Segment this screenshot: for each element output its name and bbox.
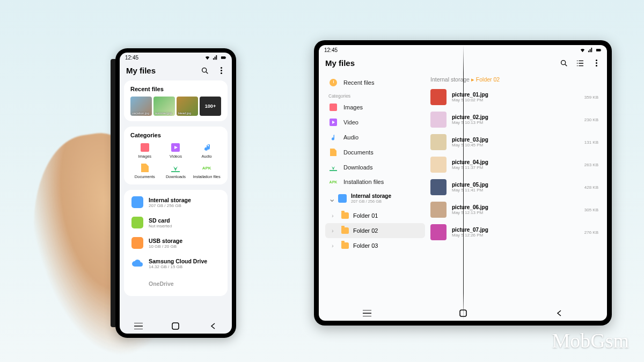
file-date: May 5 10:45 PM [452, 143, 579, 147]
battery-icon [596, 47, 602, 53]
search-icon[interactable] [201, 67, 209, 75]
search-icon[interactable] [560, 59, 568, 68]
svg-rect-5 [172, 323, 179, 329]
storage-cloud[interactable]: Samsung Cloud Drive14.32 GB / 15 GB [130, 253, 221, 274]
tablet-unfolded-display: 12:45 My files Recent files Categories I… [314, 40, 612, 326]
svg-rect-11 [460, 310, 466, 316]
file-date: May 5 12:26 PM [452, 233, 579, 238]
sidebar-folder[interactable]: ›Folder 01 [325, 208, 425, 223]
nav-back[interactable] [554, 310, 564, 316]
sidebar-category-downloads[interactable]: Downloads [325, 160, 425, 175]
categories-label: Categories [130, 132, 221, 138]
sidebar-folder[interactable]: ›Folder 02 [325, 223, 425, 238]
svg-rect-3 [141, 143, 149, 152]
more-icon[interactable] [592, 59, 601, 68]
file-name: picture_03.jpg [452, 137, 579, 143]
nav-home[interactable] [458, 310, 468, 316]
app-title: My files [126, 66, 156, 75]
battery-icon [221, 55, 226, 61]
sidebar-category-audio[interactable]: Audio [325, 130, 425, 145]
chevron-right-icon: › [332, 242, 337, 249]
status-time: 12:45 [324, 47, 338, 53]
storage-internal[interactable]: Internal storage207 GB / 256 GB [130, 192, 221, 212]
file-name: picture_07.jpg [452, 227, 579, 233]
sidebar-category-documents[interactable]: Documents [325, 145, 425, 160]
category-audio[interactable]: Audio [192, 143, 221, 159]
nav-back[interactable] [208, 323, 218, 329]
folder-icon [341, 212, 349, 219]
signal-icon [588, 47, 594, 53]
file-thumbnail [430, 134, 447, 150]
category-documents[interactable]: Documents [130, 163, 159, 179]
svg-rect-9 [330, 104, 337, 111]
nav-recents[interactable] [134, 323, 143, 329]
recent-thumb[interactable]: summer.jpg [153, 97, 175, 116]
category-images[interactable]: Images [130, 143, 159, 159]
file-thumbnail [430, 224, 447, 240]
storage-sd[interactable]: SD cardNot inserted [130, 212, 221, 233]
nav-bar [120, 319, 232, 334]
more-icon[interactable] [217, 67, 225, 75]
file-row[interactable]: picture_01.jpgMay 5 10:02 PM359 KB [430, 86, 598, 108]
file-date: May 5 10:02 PM [452, 98, 579, 102]
categories-card: Categories Images Videos Audio Documents… [124, 127, 228, 184]
file-row[interactable]: picture_02.jpgMay 5 10:13 PM230 KB [430, 108, 598, 131]
file-size: 428 KB [584, 185, 598, 190]
category-installation-files[interactable]: APKInstallation files [192, 163, 221, 179]
storage-usb[interactable]: USB storage10 GB / 20 GB [130, 233, 221, 253]
watermark: MobGsm [552, 329, 629, 352]
nav-recents[interactable] [362, 310, 372, 316]
recent-thumb[interactable]: Head.jpg [177, 97, 198, 116]
file-row[interactable]: picture_03.jpgMay 5 10:45 PM131 KB [430, 131, 598, 153]
file-name: picture_05.jpg [452, 182, 579, 188]
file-name: picture_04.jpg [452, 159, 579, 165]
sidebar-internal-storage[interactable]: ⌄ Internal storage207 GB / 256 GB [325, 189, 425, 208]
chevron-down-icon: ⌄ [328, 194, 334, 204]
sidebar-category-installation[interactable]: APKInstallation files [325, 175, 425, 189]
file-row[interactable]: picture_07.jpgMay 5 12:26 PM276 KB [430, 221, 598, 243]
recent-thumb[interactable]: vacation.jpg [130, 97, 152, 116]
phone-cover-display: 12:45 My files Recent files vacation.jpg… [115, 48, 236, 338]
file-size: 305 KB [584, 208, 598, 212]
storage-onedrive[interactable]: OneDrive [130, 274, 221, 294]
category-downloads[interactable]: Downloads [162, 163, 191, 179]
file-thumbnail [430, 179, 447, 195]
file-size: 263 KB [584, 162, 598, 167]
file-name: picture_01.jpg [452, 92, 579, 98]
svg-rect-1 [225, 57, 226, 58]
file-name: picture_02.jpg [452, 114, 579, 120]
svg-point-2 [202, 68, 207, 72]
file-thumbnail [430, 202, 447, 218]
file-thumbnail [430, 157, 447, 173]
file-thumbnail [430, 112, 447, 128]
wifi-icon [204, 55, 210, 61]
chevron-right-icon: › [332, 212, 337, 219]
sidebar-recent-files[interactable]: Recent files [325, 75, 425, 90]
svg-point-8 [561, 60, 566, 64]
view-list-icon[interactable] [576, 59, 584, 68]
file-list-pane: Internal storage ▸ Folder 02 picture_01.… [425, 73, 607, 306]
status-bar: 12:45 [319, 45, 607, 54]
sidebar-category-video[interactable]: Video [325, 115, 425, 130]
status-bar: 12:45 [120, 53, 232, 62]
clock-icon [330, 79, 337, 86]
recent-files-card: Recent files vacation.jpg summer.jpg Hea… [124, 80, 228, 121]
file-size: 359 KB [584, 95, 598, 100]
folder-icon [341, 227, 349, 234]
file-date: May 5 11:41 PM [452, 188, 579, 193]
signal-icon [213, 55, 218, 61]
file-row[interactable]: picture_05.jpgMay 5 11:41 PM428 KB [430, 176, 598, 198]
file-date: May 5 11:37 PM [452, 165, 579, 170]
breadcrumb[interactable]: Internal storage ▸ Folder 02 [430, 76, 598, 83]
recent-more-button[interactable]: 100+ [200, 97, 221, 116]
category-videos[interactable]: Videos [162, 143, 191, 159]
file-row[interactable]: picture_04.jpgMay 5 11:37 PM263 KB [430, 153, 598, 176]
file-size: 131 KB [584, 140, 598, 145]
status-time: 12:45 [125, 55, 138, 61]
svg-rect-0 [221, 56, 225, 59]
nav-home[interactable] [171, 323, 180, 329]
sidebar-category-images[interactable]: Images [325, 100, 425, 115]
sidebar-folder[interactable]: ›Folder 03 [325, 238, 425, 253]
file-row[interactable]: picture_06.jpgMay 5 12:13 PM305 KB [430, 198, 598, 221]
svg-rect-7 [601, 50, 601, 51]
